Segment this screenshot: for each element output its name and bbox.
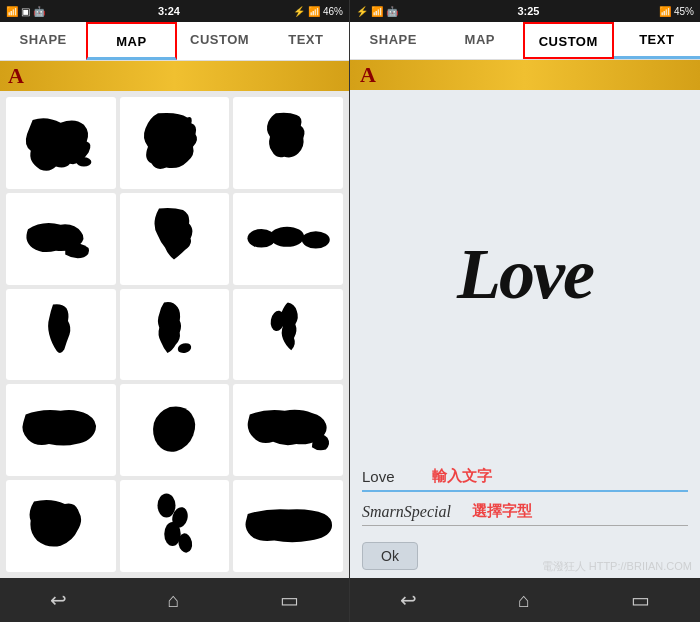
tab-map-right[interactable]: MAP (437, 22, 524, 59)
svg-point-6 (158, 493, 176, 517)
map-cell-russia[interactable] (233, 480, 343, 572)
left-status-bar: 📶 ▣ 🤖 3:24 ⚡ 📶 46% (0, 0, 349, 22)
left-status-right: ⚡ 📶 46% (293, 6, 343, 17)
map-cell-japan[interactable] (233, 289, 343, 381)
input-section: Love 輸入文字 SmarnSpecial 選擇字型 (350, 459, 700, 534)
map-cell-germany[interactable] (233, 97, 343, 189)
tab-shape-left[interactable]: SHAPE (0, 22, 86, 60)
left-time: 3:24 (158, 5, 180, 17)
map-cell-brazil[interactable] (120, 97, 230, 189)
right-screen: ⚡ 📶 🤖 3:25 📶 45% SHAPE MAP CUSTOM TEXT L… (350, 0, 700, 622)
tab-custom-left[interactable]: CUSTOM (177, 22, 263, 60)
font-hint-text: 選擇字型 (472, 502, 532, 521)
android-icon: 🤖 (33, 6, 45, 17)
signal-icon: 📶 (308, 6, 320, 17)
battery-left: 46% (323, 6, 343, 17)
sim-icon: ▣ (21, 6, 30, 17)
svg-point-8 (165, 522, 182, 546)
svg-point-4 (177, 342, 193, 355)
map-grid (0, 91, 349, 578)
font-preview-label: SmarnSpecial (362, 503, 462, 521)
tab-custom-right[interactable]: CUSTOM (523, 22, 614, 59)
love-text: Love (457, 233, 593, 316)
map-cell-hongkong[interactable] (6, 193, 116, 285)
map-cell-italy[interactable] (120, 289, 230, 381)
back-button-left[interactable]: ↩ (50, 588, 67, 612)
battery-right: 45% (674, 6, 694, 17)
ok-button[interactable]: Ok (362, 542, 418, 570)
map-cell-israel[interactable] (6, 289, 116, 381)
tab-map-left[interactable]: MAP (86, 22, 176, 60)
map-cell-mexico[interactable] (233, 384, 343, 476)
left-content (0, 91, 349, 578)
right-status-icons: ⚡ 📶 🤖 (356, 6, 398, 17)
left-tab-bar: SHAPE MAP CUSTOM TEXT (0, 22, 349, 61)
right-tab-bar: SHAPE MAP CUSTOM TEXT (350, 22, 700, 60)
map-cell-pakistan[interactable] (6, 480, 116, 572)
recent-button-right[interactable]: ▭ (631, 588, 650, 612)
left-banner: A (0, 61, 349, 91)
map-cell-kazakhstan[interactable] (6, 384, 116, 476)
home-button-left[interactable]: ⌂ (167, 589, 179, 612)
map-cell-taiwan[interactable] (120, 384, 230, 476)
usb-icon-right: ⚡ (356, 6, 368, 17)
input-row: Love 輸入文字 (362, 467, 688, 492)
android-icon-right: 🤖 (386, 6, 398, 17)
font-row: SmarnSpecial 選擇字型 (362, 502, 688, 526)
svg-point-2 (270, 227, 304, 247)
input-hint-text: 輸入文字 (432, 467, 492, 486)
notification-icon-right: 📶 (371, 6, 383, 17)
tab-text-right[interactable]: TEXT (614, 22, 701, 59)
right-time: 3:25 (517, 5, 539, 17)
svg-point-3 (301, 232, 329, 249)
back-button-right[interactable]: ↩ (400, 588, 417, 612)
text-panel: Love Love 輸入文字 SmarnSpecial 選擇字型 Ok 電潑狂人… (350, 90, 700, 578)
left-status-icons: 📶 ▣ 🤖 (6, 6, 45, 17)
notification-icon: 📶 (6, 6, 18, 17)
usb-icon: ⚡ (293, 6, 305, 17)
map-cell-indonesia[interactable] (233, 193, 343, 285)
left-nav-bar: ↩ ⌂ ▭ (0, 578, 349, 622)
love-display: Love (350, 90, 700, 459)
map-cell-philippines[interactable] (120, 480, 230, 572)
right-nav-bar: ↩ ⌂ ▭ (350, 578, 700, 622)
home-button-right[interactable]: ⌂ (518, 589, 530, 612)
input-current-value: Love (362, 468, 422, 485)
watermark: 電潑狂人 HTTP://BRIIAN.COM (542, 559, 692, 574)
banner-letter: A (8, 63, 24, 89)
tab-text-left[interactable]: TEXT (263, 22, 349, 60)
left-screen: 📶 ▣ 🤖 3:24 ⚡ 📶 46% SHAPE MAP CUSTOM TEXT… (0, 0, 350, 622)
right-status-bar: ⚡ 📶 🤖 3:25 📶 45% (350, 0, 700, 22)
map-cell-australia[interactable] (6, 97, 116, 189)
right-status-right: 📶 45% (659, 6, 694, 17)
tab-shape-right[interactable]: SHAPE (350, 22, 437, 59)
map-cell-india[interactable] (120, 193, 230, 285)
signal-icon-right: 📶 (659, 6, 671, 17)
svg-point-0 (77, 157, 92, 166)
recent-button-left[interactable]: ▭ (280, 588, 299, 612)
right-banner (350, 60, 700, 90)
